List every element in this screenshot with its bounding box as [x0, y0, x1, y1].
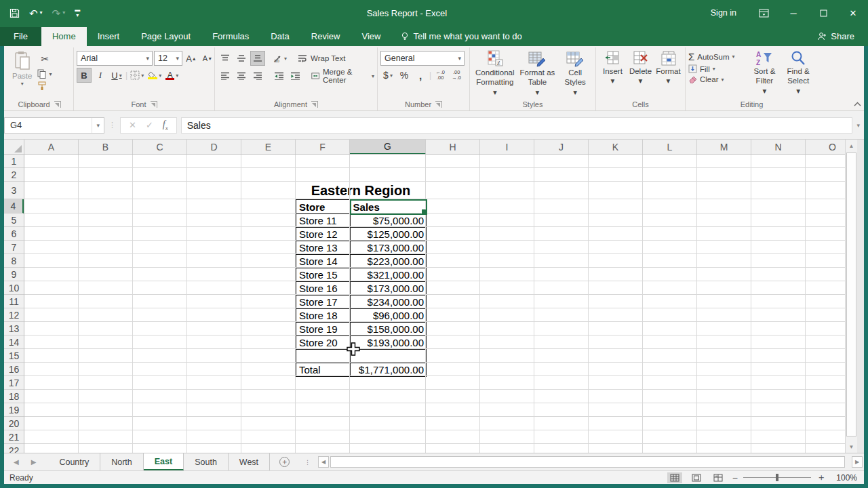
tab-data[interactable]: Data [260, 27, 300, 46]
formula-input[interactable]: Sales [181, 117, 853, 134]
row-header-11[interactable]: 11 [4, 295, 24, 308]
row-header-8[interactable]: 8 [4, 254, 24, 268]
column-header-K[interactable]: K [589, 140, 643, 155]
insert-cells-button[interactable]: Insert ▾ [599, 49, 627, 86]
tab-formulas[interactable]: Formulas [201, 27, 260, 46]
row-header-10[interactable]: 10 [4, 281, 24, 295]
row-header-2[interactable]: 2 [4, 168, 24, 182]
column-header-M[interactable]: M [697, 140, 751, 155]
align-left-icon[interactable] [218, 68, 233, 83]
total-value-cell[interactable]: $1,771,000.00 [351, 363, 427, 377]
sheet-tab-west[interactable]: West [229, 453, 270, 470]
accounting-format-icon[interactable]: $▾ [380, 68, 395, 83]
name-box[interactable]: G4 ▾ [4, 117, 104, 134]
format-as-table-button[interactable]: Format as Table ▾ [517, 49, 558, 97]
clipboard-dialog-launcher[interactable] [54, 101, 61, 108]
font-dialog-launcher[interactable] [151, 101, 157, 108]
save-icon[interactable] [9, 8, 20, 18]
sheet-cells[interactable]: Eastern Region Store Sales Store 11$75,0… [24, 155, 845, 453]
horizontal-scroll-thumb[interactable] [330, 456, 845, 468]
normal-view-icon[interactable] [667, 472, 682, 483]
number-dialog-launcher[interactable] [435, 101, 442, 108]
decrease-decimal-icon[interactable]: .00→.0 [449, 68, 464, 83]
scroll-right-icon[interactable]: ▶ [852, 456, 863, 468]
formula-bar-splitter[interactable]: ⋮ [108, 121, 116, 129]
align-right-icon[interactable] [250, 68, 265, 83]
increase-indent-icon[interactable] [288, 68, 302, 83]
tab-scroll-splitter[interactable]: ⋮ [299, 453, 317, 470]
customize-qat-icon[interactable]: ▬▾ [75, 8, 80, 18]
row-header-9[interactable]: 9 [4, 268, 24, 281]
sheet-nav-right-icon[interactable]: ▶ [31, 458, 37, 466]
sales-cell[interactable]: $321,000.00 [351, 268, 427, 282]
merge-center-button[interactable]: Merge & Center ▾ [311, 68, 374, 84]
align-top-icon[interactable] [218, 51, 233, 66]
column-header-D[interactable]: D [187, 140, 241, 155]
total-label-cell[interactable]: Total [296, 363, 351, 377]
store-cell[interactable]: Store 14 [296, 255, 351, 268]
sales-cell[interactable]: $193,000.00 [351, 336, 427, 350]
column-header-G[interactable]: G [350, 140, 426, 155]
copy-icon[interactable]: ▾ [37, 69, 52, 79]
region-title-cell[interactable]: Eastern Region [296, 182, 426, 199]
format-cells-button[interactable]: Format ▾ [654, 49, 682, 86]
row-header-18[interactable]: 18 [4, 390, 24, 403]
underline-button[interactable]: U▾ [109, 68, 124, 83]
store-cell[interactable]: Store 17 [296, 296, 351, 309]
close-button[interactable]: ✕ [838, 0, 868, 26]
maximize-button[interactable] [808, 0, 838, 26]
sheet-tab-east[interactable]: East [144, 453, 184, 470]
tab-home[interactable]: Home [41, 27, 87, 46]
orientation-icon[interactable]: ab▾ [272, 51, 288, 66]
row-header-4[interactable]: 4 [4, 199, 24, 214]
row-header-1[interactable]: 1 [4, 155, 24, 168]
sales-cell[interactable]: $125,000.00 [351, 228, 427, 241]
cut-icon[interactable]: ✂ [37, 52, 52, 66]
sheet-nav-left-icon[interactable]: ◀ [14, 458, 19, 466]
page-layout-view-icon[interactable] [689, 472, 704, 483]
cell-styles-button[interactable]: Cell Styles ▾ [557, 49, 593, 97]
zoom-in-icon[interactable]: ＋ [816, 472, 826, 484]
decrease-indent-icon[interactable] [271, 68, 286, 83]
increase-font-icon[interactable]: A▲ [184, 51, 199, 66]
zoom-level[interactable]: 100% [833, 473, 857, 483]
column-header-L[interactable]: L [643, 140, 697, 155]
column-header-N[interactable]: N [751, 140, 806, 155]
sales-cell[interactable]: $75,000.00 [351, 214, 427, 228]
row-header-17[interactable]: 17 [4, 376, 24, 390]
row-header-21[interactable]: 21 [4, 430, 24, 444]
name-box-dropdown-icon[interactable]: ▾ [92, 118, 104, 133]
store-cell[interactable]: Store 19 [296, 323, 351, 336]
conditional-formatting-button[interactable]: ≠ Conditional Formatting ▾ [473, 49, 517, 97]
delete-cells-button[interactable]: Delete ▾ [627, 49, 654, 86]
zoom-out-icon[interactable]: − [732, 472, 738, 483]
sheet-tab-country[interactable]: Country [48, 453, 100, 470]
column-header-H[interactable]: H [426, 140, 480, 155]
column-header-F[interactable]: F [296, 140, 350, 155]
new-sheet-button[interactable]: ＋ [270, 453, 299, 470]
tab-page-layout[interactable]: Page Layout [130, 27, 201, 46]
borders-icon[interactable]: ▾ [129, 68, 145, 83]
insert-function-icon[interactable]: fx [163, 119, 168, 131]
tab-insert[interactable]: Insert [87, 27, 131, 46]
decrease-font-icon[interactable]: A▼ [200, 51, 215, 66]
row-header-13[interactable]: 13 [4, 322, 24, 336]
row-header-12[interactable]: 12 [4, 308, 24, 322]
sign-in-button[interactable]: Sign in [698, 8, 749, 18]
fill-button[interactable]: Fill▾ [688, 64, 748, 73]
sheet-tab-south[interactable]: South [184, 453, 229, 470]
row-header-7[interactable]: 7 [4, 241, 24, 254]
tab-view[interactable]: View [351, 27, 391, 46]
clear-button[interactable]: Clear▾ [688, 75, 748, 83]
font-name-select[interactable]: Arial▾ [77, 51, 153, 66]
store-cell[interactable]: Store 12 [296, 228, 351, 241]
ribbon-display-options-icon[interactable] [749, 0, 778, 26]
align-center-icon[interactable] [234, 68, 249, 83]
number-format-select[interactable]: General▾ [380, 51, 465, 66]
autosum-button[interactable]: ΣAutoSum▾ [688, 51, 748, 62]
sales-cell[interactable]: $223,000.00 [351, 255, 427, 268]
sort-filter-button[interactable]: AZ Sort & Filter ▾ [748, 49, 782, 96]
zoom-slider-thumb[interactable] [776, 474, 778, 481]
alignment-dialog-launcher[interactable] [311, 101, 318, 108]
comma-style-icon[interactable]: , [413, 68, 428, 83]
